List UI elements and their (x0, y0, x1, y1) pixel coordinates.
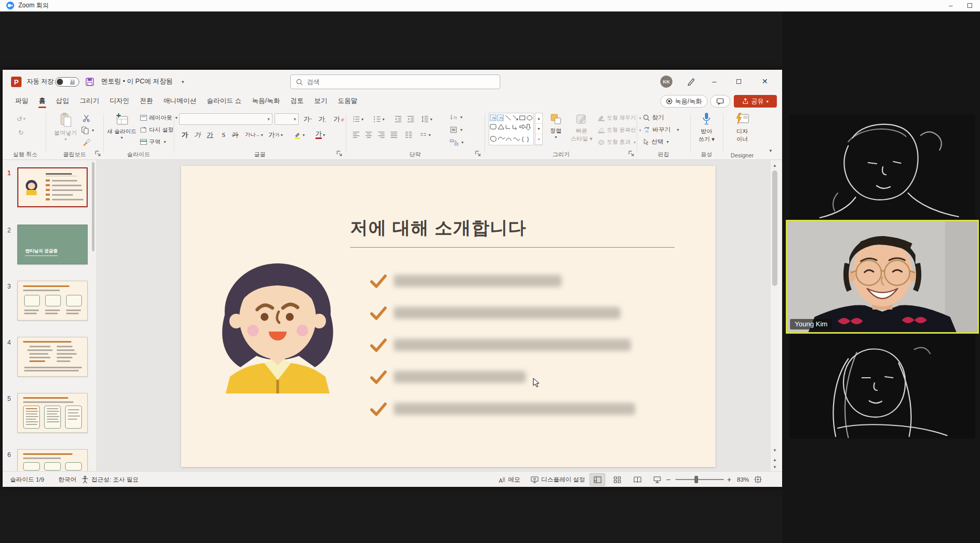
avatar-illustration[interactable] (210, 254, 345, 393)
share-button[interactable]: 공유 ▾ (734, 95, 777, 108)
align-text-icon[interactable]: ▾ (450, 126, 462, 133)
shape-fill-button[interactable]: 도형 채우기▾ (598, 114, 641, 122)
tab-file[interactable]: 파일 (10, 93, 34, 109)
scroll-up-icon[interactable]: ▲ (771, 161, 779, 169)
zoom-slider-thumb[interactable] (694, 476, 698, 483)
change-case-icon[interactable]: 가가▾ (267, 129, 284, 141)
cut-icon[interactable] (82, 114, 90, 122)
shape-outline-button[interactable]: 도형 윤곽선▾ (598, 126, 641, 134)
section-button[interactable]: 구역▾ (140, 138, 166, 146)
find-button[interactable]: 찾기 (643, 114, 664, 122)
normal-view-button[interactable] (589, 473, 605, 486)
slide-thumbnail-6[interactable] (17, 449, 88, 471)
shape-effects-button[interactable]: 도형 효과▾ (598, 139, 636, 146)
zoom-minimize-button[interactable]: – (942, 0, 960, 11)
highlight-color-icon[interactable]: ▾ (291, 129, 307, 141)
text-columns-icon[interactable]: ▾ (417, 129, 433, 141)
select-button[interactable]: 선택▾ (643, 138, 669, 146)
zoom-in-button[interactable]: + (727, 472, 731, 487)
next-slide-button[interactable]: ▼ (771, 463, 779, 471)
collapse-ribbon-icon[interactable]: ▾ (765, 145, 776, 156)
align-center-icon[interactable] (363, 129, 374, 141)
slideshow-view-button[interactable] (649, 473, 665, 486)
slide-title[interactable]: 저에 대해 소개합니다 (350, 216, 526, 240)
italic-icon[interactable]: 가 (192, 129, 203, 141)
canvas-scrollbar-thumb[interactable] (772, 171, 777, 286)
quick-styles-button[interactable]: 빠른 스타일 ▾ (568, 113, 595, 143)
strikethrough-icon[interactable]: 가 (229, 129, 241, 141)
slide-indicator[interactable]: 슬라이드 1/9 (10, 472, 44, 487)
font-color-icon[interactable]: 가▾ (312, 129, 328, 141)
font-name-select[interactable]: ▾ (179, 113, 272, 125)
document-title-chevron-icon[interactable]: ▾ (182, 70, 184, 93)
shapes-gallery[interactable]: 가 가 {} (489, 113, 534, 145)
bullets-icon[interactable]: ▾ (350, 113, 366, 125)
zoom-restore-button[interactable] (961, 0, 978, 11)
redo-icon[interactable]: ↻ (15, 126, 27, 138)
replace-button[interactable]: 가 바꾸기▾ (643, 126, 679, 134)
slide-sorter-view-button[interactable] (609, 473, 625, 486)
current-slide[interactable]: 저에 대해 소개합니다 (181, 166, 715, 467)
clear-formatting-icon[interactable]: 가 (333, 113, 345, 125)
notes-button[interactable]: 메모 (498, 472, 520, 487)
slide-thumbnail-1[interactable] (17, 167, 88, 207)
document-title[interactable]: 멘토링 • 이 PC에 저장됨 (101, 70, 173, 93)
decrease-indent-icon[interactable] (392, 113, 404, 125)
columns-icon[interactable] (403, 129, 414, 141)
clipboard-dialog-launcher-icon[interactable] (95, 151, 101, 157)
increase-font-icon[interactable]: 가^ (302, 113, 313, 125)
zoom-slider-track[interactable] (676, 479, 724, 480)
language-status[interactable]: 한국어 (58, 472, 77, 487)
tab-draw[interactable]: 그리기 (75, 93, 105, 109)
record-button[interactable]: 녹음/녹화 (660, 95, 708, 108)
canvas-scrollbar[interactable]: ▲ ▼ ▲ ▼ (770, 160, 778, 471)
text-shadow-icon[interactable]: S (218, 129, 229, 141)
save-icon[interactable] (86, 70, 94, 93)
tab-review[interactable]: 검토 (285, 93, 309, 109)
ppt-minimize-button[interactable]: – (706, 73, 723, 89)
underline-icon[interactable]: 가 (204, 129, 216, 141)
new-slide-button[interactable]: 새 슬라이드 ▾ (106, 113, 138, 140)
tab-home[interactable]: 홈 (34, 93, 51, 109)
paragraph-dialog-launcher-icon[interactable] (475, 151, 481, 157)
ppt-restore-button[interactable] (730, 73, 747, 89)
increase-indent-icon[interactable] (405, 113, 416, 125)
thumbnail-scrollbar-thumb[interactable] (92, 162, 94, 251)
dictate-button[interactable]: 받아 쓰기 ▾ (696, 112, 718, 143)
shapes-gallery-scroll[interactable]: ▲▼≡ (535, 113, 543, 145)
account-avatar[interactable]: KK (660, 76, 672, 88)
designer-button[interactable]: 디자 이너 (731, 112, 753, 143)
arrange-button[interactable]: 정렬 ▾ (544, 113, 567, 140)
slide-thumbnail-3[interactable] (17, 281, 88, 321)
slide-thumbnail-5[interactable] (17, 393, 88, 433)
slide-thumbnail-2[interactable]: 멘티님의 궁금증 (17, 225, 88, 264)
reset-button[interactable]: 다시 설정 (140, 126, 174, 134)
tab-view[interactable]: 보기 (309, 93, 332, 109)
slide-thumbnail-4[interactable] (17, 337, 88, 377)
text-direction-icon[interactable]: 가▾ (450, 114, 462, 121)
tab-help[interactable]: 도움말 (332, 93, 363, 109)
scroll-down-icon[interactable]: ▼ (771, 446, 779, 454)
tab-transitions[interactable]: 전환 (135, 93, 159, 109)
slide-canvas[interactable]: 저에 대해 소개합니다 (96, 160, 770, 471)
accessibility-status[interactable]: 접근성: 조사 필요 (91, 472, 139, 487)
paste-button[interactable]: 붙여넣기 ▾ (51, 113, 80, 142)
thumbnail-scrollbar[interactable] (91, 160, 95, 471)
zoom-out-button[interactable]: − (666, 472, 670, 487)
align-left-icon[interactable] (350, 129, 362, 141)
tab-record[interactable]: 녹음/녹화 (247, 93, 285, 109)
autosave-toggle[interactable]: 끔 (55, 77, 79, 87)
font-dialog-launcher-icon[interactable] (336, 151, 343, 157)
font-size-select[interactable]: ▾ (275, 113, 299, 125)
participant-video-1[interactable] (789, 114, 975, 219)
fit-to-window-button[interactable] (754, 472, 762, 487)
convert-to-smartart-icon[interactable]: ▾ (450, 139, 463, 146)
participant-video-2-active[interactable]: Young Kim (787, 221, 977, 332)
zoom-level[interactable]: 83% (737, 472, 749, 487)
tab-animations[interactable]: 애니메이션 (159, 93, 202, 109)
tab-slideshow[interactable]: 슬라이드 쇼 (202, 93, 247, 109)
participant-video-3[interactable] (789, 334, 975, 439)
format-painter-icon[interactable] (82, 139, 90, 146)
ppt-close-button[interactable]: ✕ (756, 73, 773, 89)
align-right-icon[interactable] (375, 129, 387, 141)
